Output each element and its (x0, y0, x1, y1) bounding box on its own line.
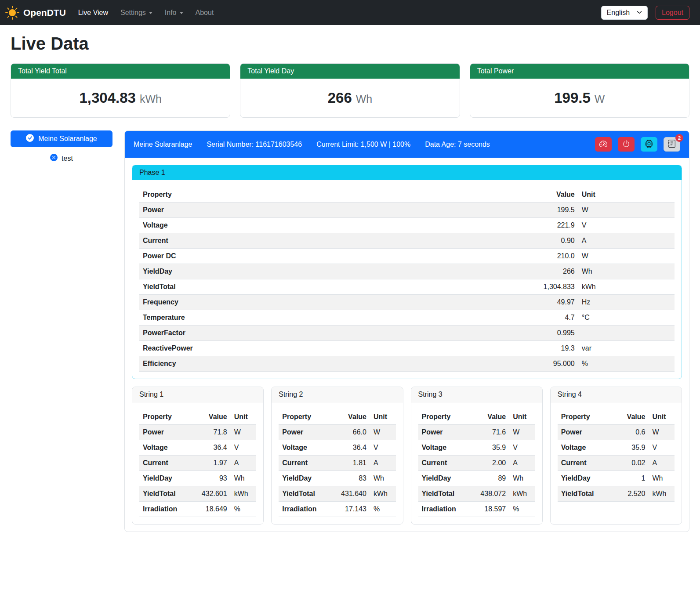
inverter-card: Meine Solaranlage Serial Number: 1161716… (124, 130, 689, 532)
value-cell: 0.02 (610, 456, 649, 471)
unit-cell: Hz (578, 295, 675, 310)
table-row: YieldTotal1,304.833kWh (139, 279, 675, 295)
table-header-row: Property Value Unit (418, 409, 535, 425)
navbar-right: English Logout (601, 6, 689, 20)
property-cell: Current (558, 456, 610, 471)
inverter-select-button[interactable]: Meine Solaranlage (11, 130, 112, 147)
column-header-unit: Unit (370, 409, 396, 425)
value-cell: 83 (331, 471, 370, 486)
nav-settings[interactable]: Settings (114, 5, 159, 20)
sun-icon (5, 6, 19, 20)
table-row: YieldTotal431.640kWh (279, 486, 395, 502)
property-cell: Irradiation (139, 502, 192, 517)
column-header-value: Value (192, 409, 231, 425)
limit-settings-button[interactable] (595, 137, 612, 152)
card-value-wrap: 266Wh (240, 79, 459, 117)
inverter-current-limit: Current Limit: 1,500 W | 100% (316, 141, 410, 148)
inverter-select-label: Meine Solaranlage (38, 135, 97, 143)
unit-cell: kWh (578, 279, 675, 295)
string-4-card: String 4 Property Value Unit (550, 387, 682, 525)
value-cell: 35.9 (471, 440, 509, 456)
card-unit: Wh (356, 93, 373, 105)
string-1-card: String 1 Property Value Unit (132, 387, 264, 525)
table-row: Current1.81A (279, 456, 395, 471)
value-cell: 0.6 (610, 425, 649, 440)
card-value: 199.5 (554, 90, 591, 106)
x-circle-icon[interactable] (50, 154, 58, 163)
property-cell: Current (139, 233, 471, 249)
unit-cell: V (649, 440, 675, 456)
unit-cell: % (231, 502, 257, 517)
value-cell: 432.601 (192, 486, 231, 502)
unit-cell: W (231, 425, 257, 440)
table-row: YieldDay1Wh (558, 471, 675, 486)
unit-cell: W (370, 425, 396, 440)
value-cell: 438.072 (471, 486, 509, 502)
value-cell: 2.00 (471, 456, 509, 471)
unit-cell: kWh (649, 486, 675, 502)
unit-cell: W (509, 425, 535, 440)
column-header-property: Property (139, 409, 192, 425)
value-cell: 0.90 (471, 233, 578, 249)
table-row: Irradiation17.143% (279, 502, 395, 517)
string-3-table: Property Value Unit Power71.6WVoltage35.… (418, 409, 535, 517)
inverter-card-body: Phase 1 Property Value Unit Power199.5WV… (125, 158, 689, 532)
value-cell: 431.640 (331, 486, 370, 502)
table-row: Current0.90A (139, 233, 675, 249)
event-count-badge: 2 (675, 134, 683, 142)
string-2-title: String 2 (272, 387, 403, 402)
property-cell: YieldDay (139, 471, 192, 486)
event-log-button[interactable]: 2 (664, 137, 680, 152)
value-cell: 19.3 (471, 341, 578, 356)
page-content: Live Data Total Yield Total 1,304.83kWh … (0, 25, 700, 543)
value-cell: 35.9 (610, 440, 649, 456)
property-cell: YieldTotal (139, 279, 471, 295)
filter-chip-test[interactable]: test (11, 154, 112, 163)
power-icon (622, 140, 630, 149)
column-header-property: Property (558, 409, 610, 425)
nav-live-view[interactable]: Live View (72, 5, 114, 20)
value-cell: 89 (471, 471, 509, 486)
table-row: Power DC210.0W (139, 249, 675, 264)
brand[interactable]: OpenDTU (5, 6, 66, 20)
inverter-actions: 2 (595, 137, 680, 152)
card-title: Total Yield Day (240, 64, 459, 79)
inverter-data-age: Data Age: 7 seconds (425, 141, 490, 148)
string-4-body: Property Value Unit Power0.6WVoltage35.9… (551, 402, 682, 509)
value-cell: 199.5 (471, 203, 578, 218)
value-cell: 1.81 (331, 456, 370, 471)
unit-cell: Wh (370, 471, 396, 486)
device-info-button[interactable] (641, 137, 657, 152)
nav-info[interactable]: Info (159, 5, 189, 20)
language-select[interactable]: English (601, 6, 648, 20)
property-cell: Voltage (139, 440, 192, 456)
string-2-table-body: Power66.0WVoltage36.4VCurrent1.81AYieldD… (279, 425, 395, 517)
property-cell: YieldTotal (418, 486, 471, 502)
string-4-table-body: Power0.6WVoltage35.9VCurrent0.02AYieldDa… (558, 425, 675, 502)
unit-cell: °C (578, 310, 675, 326)
table-row: YieldTotal432.601kWh (139, 486, 256, 502)
unit-cell (578, 326, 675, 341)
value-cell: 71.6 (471, 425, 509, 440)
phase-1-body: Property Value Unit Power199.5WVoltage22… (132, 180, 682, 379)
table-row: Voltage35.9V (558, 440, 675, 456)
speedometer-icon (599, 140, 607, 149)
logout-button[interactable]: Logout (656, 6, 689, 20)
unit-cell: var (578, 341, 675, 356)
card-value-wrap: 1,304.83kWh (11, 79, 230, 117)
value-cell: 1,304.833 (471, 279, 578, 295)
table-row: Efficiency95.000% (139, 356, 675, 372)
unit-cell: % (578, 356, 675, 372)
column-header-unit: Unit (509, 409, 535, 425)
string-4-table: Property Value Unit Power0.6WVoltage35.9… (558, 409, 675, 502)
unit-cell: V (509, 440, 535, 456)
string-1-table-body: Power71.8WVoltage36.4VCurrent1.97AYieldD… (139, 425, 256, 517)
card-value-wrap: 199.5W (470, 79, 689, 117)
table-row: Current0.02A (558, 456, 675, 471)
string-1-table: Property Value Unit Power71.8WVoltage36.… (139, 409, 256, 517)
table-row: Voltage221.9V (139, 218, 675, 233)
nav-about[interactable]: About (189, 5, 220, 20)
phase-1-table-body: Power199.5WVoltage221.9VCurrent0.90APowe… (139, 203, 675, 372)
string-3-card: String 3 Property Value Unit (411, 387, 543, 525)
power-toggle-button[interactable] (618, 137, 635, 152)
